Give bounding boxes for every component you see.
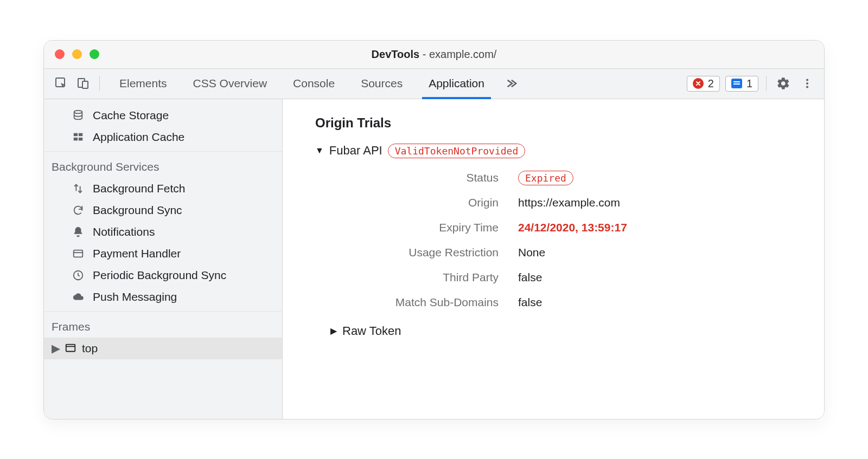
transfer-icon — [71, 182, 85, 196]
sync-icon — [71, 203, 85, 217]
errors-badge[interactable]: 2 — [687, 76, 720, 92]
devtools-window: DevTools - example.com/ Elements CSS Ove… — [43, 40, 825, 419]
more-tabs-icon[interactable] — [500, 77, 522, 89]
errors-count: 2 — [708, 77, 714, 90]
sidebar-item-label: Periodic Background Sync — [93, 268, 226, 283]
sidebar-item-background-sync[interactable]: Background Sync — [44, 199, 282, 221]
sidebar-item-label: Notifications — [93, 224, 155, 240]
sidebar-item-label: Background Sync — [93, 203, 182, 218]
svg-point-5 — [806, 86, 808, 88]
frame-icon — [65, 342, 76, 354]
more-options-icon[interactable] — [798, 74, 816, 93]
svg-point-3 — [806, 79, 808, 81]
toolbar-divider — [99, 76, 100, 91]
svg-point-6 — [74, 110, 82, 113]
application-sidebar: Cache Storage Application Cache Backgrou… — [44, 99, 283, 419]
devtools-toolbar: Elements CSS Overview Console Sources Ap… — [44, 69, 824, 99]
inspect-element-icon[interactable] — [52, 74, 71, 93]
toolbar-divider — [766, 76, 767, 91]
chevron-right-icon: ▶ — [52, 341, 59, 356]
sidebar-item-periodic-background-sync[interactable]: Periodic Background Sync — [44, 264, 282, 286]
sidebar-item-label: Payment Handler — [93, 246, 181, 261]
sidebar-item-notifications[interactable]: Notifications — [44, 221, 282, 243]
svg-rect-10 — [79, 137, 82, 140]
clock-icon — [71, 268, 85, 282]
tab-sources[interactable]: Sources — [348, 69, 416, 99]
sidebar-item-label: Push Messaging — [93, 289, 177, 305]
field-value-third-party: false — [518, 271, 792, 284]
field-value-origin: https://example.com — [518, 196, 792, 209]
origin-trial-name: Fubar API — [329, 144, 382, 158]
close-window-button[interactable] — [55, 49, 65, 59]
svg-rect-2 — [82, 81, 88, 88]
svg-rect-8 — [79, 133, 82, 136]
origin-trial-details: Status Expired Origin https://example.co… — [330, 171, 792, 309]
sidebar-item-payment-handler[interactable]: Payment Handler — [44, 243, 282, 264]
window-titlebar: DevTools - example.com/ — [44, 41, 824, 69]
sidebar-heading-background-services: Background Services — [44, 155, 282, 178]
field-label-status: Status — [330, 171, 499, 184]
zoom-window-button[interactable] — [90, 49, 99, 59]
messages-badge[interactable]: 1 — [725, 76, 758, 92]
tab-console[interactable]: Console — [280, 69, 348, 99]
sidebar-item-push-messaging[interactable]: Push Messaging — [44, 286, 282, 308]
window-title: DevTools - example.com/ — [44, 48, 824, 61]
field-label-usage-restriction: Usage Restriction — [330, 246, 499, 259]
raw-token-row[interactable]: ▶ Raw Token — [330, 324, 792, 338]
sidebar-item-frame-top[interactable]: ▶ top — [44, 338, 282, 359]
chevron-down-icon: ▼ — [315, 146, 324, 156]
field-value-match-subdomains: false — [518, 296, 792, 309]
tab-css-overview[interactable]: CSS Overview — [180, 69, 280, 99]
field-value-usage-restriction: None — [518, 246, 792, 259]
credit-card-icon — [71, 247, 85, 261]
tab-application[interactable]: Application — [416, 69, 497, 99]
sidebar-item-label: Cache Storage — [93, 108, 169, 123]
sidebar-item-cache-storage[interactable]: Cache Storage — [44, 105, 282, 126]
token-status-badge: ValidTokenNotProvided — [388, 144, 526, 158]
bell-icon — [71, 225, 85, 239]
raw-token-label: Raw Token — [342, 324, 401, 338]
origin-trials-panel: Origin Trials ▼ Fubar API ValidTokenNotP… — [283, 99, 824, 419]
field-value-expiry: 24/12/2020, 13:59:17 — [518, 221, 792, 234]
traffic-lights — [55, 49, 99, 59]
svg-rect-13 — [66, 344, 75, 351]
panel-tabs: Elements CSS Overview Console Sources Ap… — [106, 69, 497, 99]
origin-trial-row[interactable]: ▼ Fubar API ValidTokenNotProvided — [315, 144, 792, 158]
field-label-origin: Origin — [330, 196, 499, 209]
sidebar-item-label: Application Cache — [93, 130, 184, 145]
sidebar-item-label: Background Fetch — [93, 181, 185, 196]
error-icon — [693, 78, 704, 89]
svg-rect-9 — [74, 137, 78, 140]
svg-rect-7 — [74, 133, 78, 136]
status-badge: Expired — [518, 171, 573, 185]
minimize-window-button[interactable] — [72, 49, 82, 59]
svg-rect-11 — [74, 250, 83, 257]
messages-count: 1 — [746, 77, 752, 90]
field-value-status: Expired — [518, 171, 792, 184]
svg-point-4 — [806, 82, 808, 85]
message-icon — [731, 79, 742, 88]
settings-gear-icon[interactable] — [774, 74, 793, 93]
sidebar-item-background-fetch[interactable]: Background Fetch — [44, 178, 282, 199]
grid-icon — [71, 130, 85, 144]
sidebar-item-application-cache[interactable]: Application Cache — [44, 126, 282, 148]
field-label-expiry: Expiry Time — [330, 221, 499, 234]
field-label-third-party: Third Party — [330, 271, 499, 284]
sidebar-heading-frames: Frames — [44, 315, 282, 338]
sidebar-item-label: top — [82, 341, 98, 356]
tab-elements[interactable]: Elements — [106, 69, 180, 99]
field-label-match-subdomains: Match Sub-Domains — [330, 296, 499, 309]
cloud-icon — [71, 290, 85, 304]
toggle-device-toolbar-icon[interactable] — [73, 74, 93, 93]
panel-title: Origin Trials — [315, 115, 792, 131]
chevron-right-icon: ▶ — [330, 326, 337, 336]
database-icon — [71, 108, 85, 122]
